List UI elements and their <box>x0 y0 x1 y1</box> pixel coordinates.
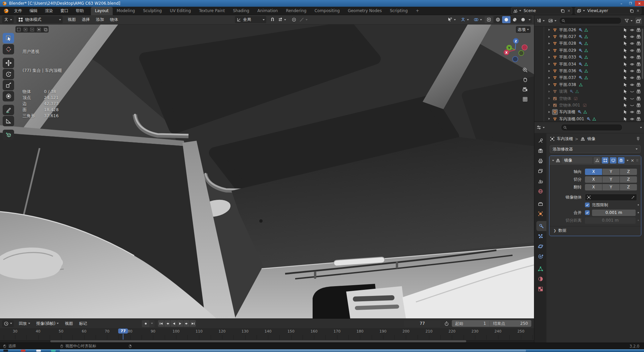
camera-visibility-icon[interactable] <box>636 75 641 80</box>
eye-closed-icon[interactable] <box>630 89 635 94</box>
tool-measure[interactable] <box>3 116 14 126</box>
selectable-icon[interactable] <box>623 41 628 46</box>
viewlayer-name[interactable]: ViewLayer <box>587 8 629 13</box>
scene-selector[interactable]: Scene × <box>511 7 572 14</box>
expand-arrow-icon[interactable] <box>548 55 551 60</box>
object-name[interactable]: 平面.029 <box>559 48 576 53</box>
properties-editor-icon[interactable] <box>536 125 541 130</box>
transport-play[interactable] <box>177 320 183 327</box>
bisect-animate-dot[interactable] <box>638 220 639 221</box>
camera-visibility-icon[interactable] <box>636 28 641 33</box>
camera-visibility-icon[interactable] <box>636 103 641 108</box>
timeline-menu-2[interactable]: 视图 <box>62 321 76 326</box>
tool-add-cube[interactable] <box>3 130 14 140</box>
zoom-button[interactable] <box>521 65 529 74</box>
workspace-tab-layout[interactable]: Layout <box>91 7 113 15</box>
timeline-scrollbar[interactable] <box>0 340 534 343</box>
transport-play-reverse[interactable] <box>171 320 177 327</box>
wrench-icon[interactable] <box>570 89 574 94</box>
close-button[interactable]: ✕ <box>635 1 644 6</box>
modifier-drag-handle-icon[interactable] <box>636 158 639 163</box>
timeline-ruler[interactable]: 3040506070809010011012013014015016017018… <box>0 328 534 340</box>
axis-button-x[interactable]: X <box>585 169 602 175</box>
properties-tab-modifiers[interactable] <box>536 221 546 231</box>
transport-jump-to-start[interactable] <box>158 320 164 327</box>
display-mode-icon[interactable] <box>548 18 553 23</box>
object-name[interactable]: 平面.038 <box>559 82 576 88</box>
object-name[interactable]: 平面.026 <box>559 27 576 33</box>
navigation-gizmo[interactable]: Z Y X <box>500 34 531 64</box>
camera-visibility-icon[interactable] <box>636 34 641 39</box>
viewport-menu-0[interactable]: 视图 <box>65 17 79 23</box>
camera-visibility-icon[interactable] <box>636 89 641 94</box>
add-modifier-button[interactable]: 添加修改器 <box>550 145 641 153</box>
playhead[interactable]: 77 <box>118 328 128 334</box>
meshdata-icon[interactable] <box>584 76 588 80</box>
modifier-name-field[interactable]: 镜像 <box>562 157 592 164</box>
outliner-row[interactable]: 平面.036 <box>534 68 644 74</box>
axis-button-x[interactable]: X <box>585 184 602 190</box>
auto-keying-button[interactable] <box>142 320 149 327</box>
properties-tab-data[interactable] <box>534 264 546 274</box>
axis-button-z[interactable]: Z <box>620 184 637 190</box>
shading-material-button[interactable] <box>511 16 519 23</box>
select-mode-invert[interactable] <box>36 26 42 33</box>
timeline-menu-3[interactable]: 标记 <box>76 321 90 326</box>
selectable-icon[interactable] <box>623 96 628 101</box>
camera-visibility-icon[interactable] <box>636 55 641 60</box>
breadcrumb-modifier[interactable]: 镜像 <box>587 136 595 142</box>
axis-button-z[interactable]: Z <box>620 176 637 183</box>
camera-visibility-icon[interactable] <box>636 69 641 74</box>
breadcrumb-object[interactable]: 车内顶棚 <box>557 136 573 142</box>
properties-search-input[interactable] <box>561 124 623 131</box>
properties-tab-scene[interactable] <box>534 176 546 186</box>
transport-prev-keyframe[interactable] <box>164 320 170 327</box>
workspace-tab-rendering[interactable]: Rendering <box>282 7 310 15</box>
meshdata-icon[interactable] <box>583 110 587 114</box>
eye-open-icon[interactable] <box>630 28 635 33</box>
playhead-line[interactable] <box>123 334 123 340</box>
object-name[interactable]: 平面.027 <box>559 34 576 40</box>
merge-threshold-field[interactable]: 0.001 m <box>592 210 636 216</box>
select-mode-extend[interactable] <box>22 26 29 33</box>
properties-tab-particles[interactable] <box>534 231 546 241</box>
properties-tab-render[interactable] <box>534 146 546 156</box>
taskbar-start-icon[interactable] <box>3 350 8 352</box>
timeline-menu-1[interactable]: 抠像(插帧) <box>33 321 62 326</box>
tool-rotate[interactable] <box>3 69 14 79</box>
camera-visibility-icon[interactable] <box>636 82 641 87</box>
eye-open-icon[interactable] <box>630 41 635 46</box>
gizmos-dropdown[interactable] <box>459 16 471 23</box>
camera-visibility-icon[interactable] <box>636 48 641 53</box>
workspace-tab-shading[interactable]: Shading <box>229 7 253 15</box>
pan-hand-button[interactable] <box>521 75 529 84</box>
expand-arrow-icon[interactable] <box>548 117 551 121</box>
camera-visibility-icon[interactable] <box>636 41 641 46</box>
falloff-button[interactable] <box>298 16 309 23</box>
modifier-extras-chevron-icon[interactable] <box>627 160 629 161</box>
properties-tab-texture[interactable] <box>534 284 546 294</box>
camera-visibility-icon[interactable] <box>636 117 641 122</box>
selectable-icon[interactable] <box>623 62 628 67</box>
eye-open-icon[interactable] <box>630 82 635 87</box>
tool-annotate[interactable] <box>3 105 14 115</box>
imagedata-icon[interactable] <box>574 96 578 101</box>
eye-open-icon[interactable] <box>630 48 635 53</box>
shading-solid-button[interactable] <box>502 16 511 23</box>
taskbar-app1-icon[interactable] <box>21 350 25 352</box>
menu-0[interactable]: 文件 <box>10 7 26 15</box>
duplicate-viewlayer-icon[interactable] <box>629 8 634 13</box>
editor-type-selector[interactable] <box>2 16 14 23</box>
orthographic-toggle-button[interactable] <box>521 95 529 103</box>
properties-tab-material[interactable] <box>534 274 546 284</box>
properties-tab-view-layer[interactable] <box>534 166 546 176</box>
workspace-tab-texture-paint[interactable]: Texture Paint <box>195 7 229 15</box>
expand-arrow-icon[interactable] <box>548 96 551 101</box>
transform-orientation[interactable]: 全局 <box>235 16 266 23</box>
outliner-row[interactable]: 平面.038 <box>534 81 644 88</box>
properties-tab-output[interactable] <box>534 156 546 166</box>
eye-open-icon[interactable] <box>630 109 635 115</box>
object-name[interactable]: 平面.034 <box>559 61 576 67</box>
meshdata-icon[interactable] <box>584 55 588 59</box>
object-name[interactable]: 空物体 <box>559 96 571 101</box>
